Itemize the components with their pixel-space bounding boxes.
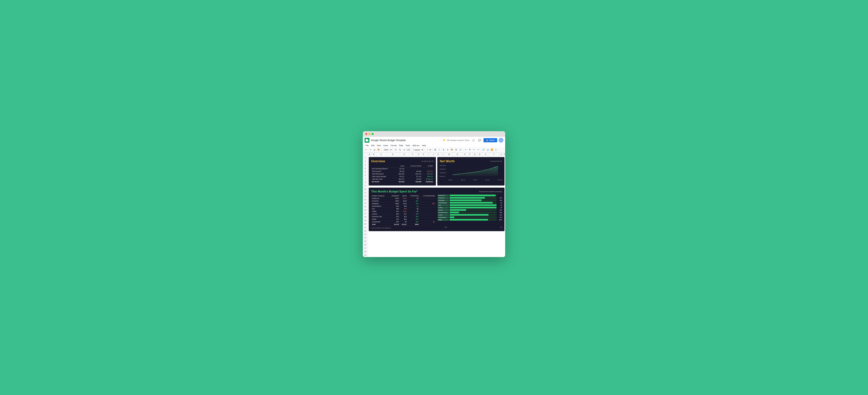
zoom-select[interactable]: 100% [382,148,392,152]
row-7[interactable]: 7 [363,177,368,181]
row-1[interactable]: 1 [363,156,368,160]
chat-icon[interactable]: 💬 [477,138,482,143]
col-header-s[interactable]: S [482,153,489,156]
col-header-p[interactable]: P [467,153,472,156]
col-header-g[interactable]: G [416,153,421,156]
row-20[interactable]: 20 [363,222,368,226]
col-header-v[interactable]: V [504,153,505,156]
redo-button[interactable]: ↪ [368,148,372,152]
row-28[interactable]: 28 [363,250,368,254]
row-13[interactable]: 13 [363,198,368,201]
row-18[interactable]: 18 [363,216,368,219]
row-14[interactable]: 14 [363,201,368,205]
print-button[interactable]: 🖨 [373,148,376,152]
col-header-e[interactable]: E [399,153,409,156]
bar-value: $40 [497,200,502,201]
borders-button[interactable]: ⊞ [454,148,458,152]
textwrap-button[interactable]: ↵ [472,148,476,152]
font-select[interactable]: Corpass [412,148,424,152]
fillcolor-button[interactable]: 🎨 [450,148,454,152]
menu-file[interactable]: File [365,144,370,147]
row-5[interactable]: 5 [363,170,368,174]
row-3[interactable]: 3 [363,163,368,167]
doc-title[interactable]: Google Sheets Budget Template [371,139,441,142]
col-header-l[interactable]: L [441,153,446,156]
undo-button[interactable]: ↩ [364,148,368,152]
menu-data[interactable]: Data [398,144,404,147]
col-header-j[interactable]: J [431,153,436,156]
row-21[interactable]: 21 [363,226,368,229]
col-header-m[interactable]: M [446,153,453,156]
menu-edit[interactable]: Edit [370,144,375,147]
align-button[interactable]: ≡ [464,148,467,152]
col-header-b[interactable]: B [371,153,376,156]
col-header-t[interactable]: T [489,153,499,156]
menu-format[interactable]: Format [390,144,398,147]
row-25[interactable]: 25 [363,240,368,243]
italic-button[interactable]: I [437,148,441,152]
trending-icon[interactable]: 📈 [471,138,476,143]
col-header-c[interactable]: C [376,153,386,156]
row-17[interactable]: 17 [363,212,368,216]
row-6[interactable]: 6 [363,174,368,177]
font-size-select[interactable]: 10 [426,148,432,152]
row-2[interactable]: 2 [363,160,368,163]
row-4[interactable]: 4 [363,167,368,170]
menu-addons[interactable]: Add-ons [411,144,421,147]
budget-row-gas: Gas $80 $86 $0 [371,207,436,210]
menu-tools[interactable]: Tools [404,144,411,147]
col-header-k[interactable]: K [436,153,441,156]
folder-icon[interactable]: 📁 [443,139,446,142]
chart-button[interactable]: 📊 [486,148,490,152]
row-26[interactable]: 26 [363,243,368,246]
row-27[interactable]: 27 [363,246,368,250]
menu-insert[interactable]: Insert [382,144,389,147]
percent-button[interactable]: % [398,148,402,152]
increase-decimal[interactable]: 123 [406,148,410,152]
col-header-a[interactable]: A [368,153,371,156]
row-prev [405,167,422,170]
col-header-h[interactable]: H [421,153,426,156]
paintformat-button[interactable]: 🎨 [377,148,380,152]
row-16[interactable]: 16 [363,208,368,212]
bold-button[interactable]: B [433,148,437,152]
formula-button[interactable]: Σ [494,148,498,152]
col-header-r[interactable]: R [477,153,483,156]
textcolor-button[interactable]: A [446,148,450,152]
col-header-d[interactable]: D [386,153,399,156]
bar-container [450,207,496,208]
col-header-u[interactable]: U [499,153,504,156]
decrease-decimal[interactable]: .0 [402,148,406,152]
maximize-button[interactable] [372,133,374,135]
link-button[interactable]: 🔗 [482,148,485,152]
merge-button[interactable]: ⊡ [458,148,462,152]
filter-button[interactable]: 🔽 [490,148,494,152]
row-growth [422,167,433,170]
row-22[interactable]: 22 [363,229,368,233]
row-10[interactable]: 10 [363,188,368,191]
menu-help[interactable]: Help [421,144,427,147]
row-19[interactable]: 19 [363,219,368,222]
col-header-i[interactable]: I [426,153,431,156]
valign-button[interactable]: ⬍ [468,148,472,152]
col-header-n[interactable]: N [453,153,462,156]
textrotate-button[interactable]: ↗ [476,148,480,152]
col-header-q[interactable]: Q [472,153,477,156]
row-8[interactable]: 8 [363,181,368,184]
col-header-f[interactable]: F [409,153,416,156]
row-11[interactable]: 11 [363,191,368,195]
strikethrough-button[interactable]: S [442,148,445,152]
budget-col-spent: Spent [400,195,407,197]
menu-view[interactable]: View [376,144,382,147]
row-29[interactable]: 29 [363,254,368,257]
row-9[interactable]: 9 [363,184,368,188]
col-header-o[interactable]: O [462,153,467,156]
row-24[interactable]: 24 [363,236,368,240]
minimize-button[interactable] [368,133,370,135]
row-23[interactable]: 23 [363,233,368,236]
row-12[interactable]: 12 [363,195,368,198]
share-button[interactable]: 🔒 Share [484,138,497,142]
close-button[interactable] [365,133,367,135]
row-15[interactable]: 15 [363,205,368,208]
currency-button[interactable]: $ [394,148,398,152]
